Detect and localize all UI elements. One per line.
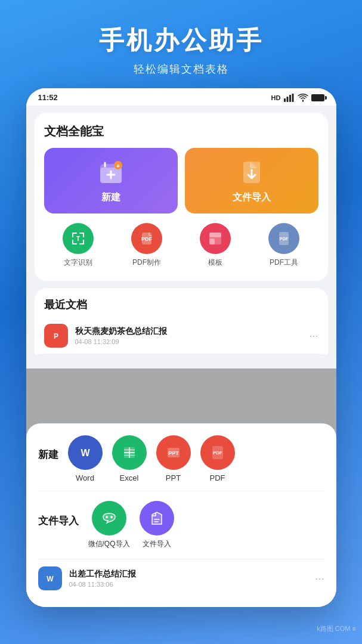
svg-text:W: W [81,448,90,458]
popup-wechat-import[interactable]: 微信/QQ导入 [88,501,130,549]
new-button-icon: + [97,158,125,187]
import-button[interactable]: 文件导入 [185,148,318,213]
svg-rect-18 [72,240,73,244]
svg-rect-0 [284,98,286,102]
svg-text:+: + [116,162,120,169]
tool-template[interactable]: 模板 [200,223,231,268]
svg-text:T: T [76,236,80,242]
ppt-label: PPT [166,473,181,482]
popup-import-icons: 微信/QQ导入 文件导入 [88,501,174,549]
status-bar: 11:52 HD [26,88,336,106]
doc-item-2[interactable]: W 出差工作总结汇报 04-08 11:33:06 ··· [38,566,324,590]
pdf-tools-icon: PDF [268,223,299,254]
svg-text:PDF: PDF [280,237,289,241]
pdf-make-icon: PDF [131,223,162,254]
popup-import-row: 文件导入 微信/QQ导入 [38,501,324,549]
doc-item-1[interactable]: P 秋天燕麦奶茶色总结汇报 04-08 11:32:09 ··· [44,318,318,354]
svg-rect-3 [292,94,293,102]
svg-text:PPT: PPT [168,450,179,456]
popup-pdf[interactable]: PDF PDF [200,435,235,482]
svg-rect-25 [209,233,221,237]
excel-icon [112,435,147,470]
ocr-label: 文字识别 [64,258,92,268]
import-button-icon [237,158,266,187]
svg-text:PDF: PDF [141,236,153,242]
popup-import-title: 文件导入 [38,514,79,528]
tools-row: T 文字识别 PDF PDF制作 模板 [44,223,318,268]
doc-info-1: 秋天燕麦奶茶色总结汇报 04-08 11:32:09 [75,326,302,345]
doc-meta-1: 04-08 11:32:09 [75,338,302,345]
pdf-tools-label: PDF工具 [270,258,298,268]
ppt-icon: PPT [156,435,191,470]
svg-rect-20 [83,240,84,244]
popup-divider [38,491,324,491]
popup-new-icons: W Word Excel [68,435,235,482]
svg-text:W: W [47,575,54,583]
import-button-label: 文件导入 [233,191,271,204]
tool-pdf-make[interactable]: PDF PDF制作 [131,223,162,268]
doc-info-2: 出差工作总结汇报 04-08 11:33:06 [69,569,308,588]
pdf-icon: PDF [200,435,235,470]
svg-rect-16 [83,233,84,237]
svg-rect-14 [72,233,73,237]
new-button-label: 新建 [101,191,120,204]
main-title: 手机办公助手 [12,24,350,57]
sub-title: 轻松编辑文档表格 [12,62,350,76]
svg-text:P: P [53,332,58,340]
pdf-label: PDF [210,473,225,482]
popup-excel[interactable]: Excel [112,435,147,482]
doc-name-1: 秋天燕麦奶茶色总结汇报 [75,326,302,337]
file-import-label: 文件导入 [143,539,171,549]
popup-word[interactable]: W Word [68,435,103,482]
header: 手机办公助手 轻松编辑文档表格 [0,0,362,88]
app-content: 文档全能宝 + [26,106,336,604]
card-title: 文档全能宝 [44,123,318,140]
pdf-make-label: PDF制作 [132,258,161,268]
calendar-plus-icon: + [97,158,125,187]
doc-more-2[interactable]: ··· [315,572,324,585]
time: 11:52 [38,93,58,102]
watermark: k路图 COM ≡ [317,624,356,633]
svg-rect-26 [209,239,215,244]
overlay: 新建 W Word [26,369,336,604]
hd-label: HD [271,94,281,101]
popup-new-title: 新建 [38,448,58,462]
wechat-import-label: 微信/QQ导入 [88,539,130,549]
excel-label: Excel [120,473,139,482]
doc-icon-word: W [38,566,62,590]
recent-section: 最近文档 P 秋天燕麦奶茶色总结汇报 04-08 11:32:09 ··· [35,288,328,354]
action-row: + 新建 文件导入 [44,148,318,213]
template-icon [200,223,231,254]
wechat-icon [92,501,126,535]
popup-new-row: 新建 W Word [38,435,324,482]
doc-more-1[interactable]: ··· [309,330,318,342]
signal-icon [284,94,295,102]
doc-icon-ppt: P [44,324,68,348]
recent-title: 最近文档 [44,298,318,312]
popup-ppt[interactable]: PPT PPT [156,435,191,482]
new-button[interactable]: + 新建 [44,148,178,213]
battery-icon [311,94,324,101]
doc-item-2-container: W 出差工作总结汇报 04-08 11:33:06 ··· [38,559,324,590]
main-card: 文档全能宝 + [35,113,328,281]
phone-mockup: 11:52 HD 文档全能宝 [26,88,336,607]
popup-card: 新建 W Word [26,423,336,604]
popup-file-import[interactable]: 文件导入 [140,501,174,549]
svg-text:PDF: PDF [213,450,222,456]
ocr-icon: T [63,223,94,254]
file-import-icon [140,501,174,535]
doc-name-2: 出差工作总结汇报 [69,569,308,580]
tool-pdf-tools[interactable]: PDF PDF工具 [268,223,299,268]
file-import-icon [237,158,266,187]
tool-ocr[interactable]: T 文字识别 [63,223,94,268]
doc-meta-2: 04-08 11:33:06 [69,581,308,588]
svg-rect-1 [286,97,288,102]
word-label: Word [76,473,94,482]
svg-rect-2 [289,95,291,102]
wifi-icon [298,94,308,102]
word-icon: W [68,435,103,470]
template-label: 模板 [208,258,222,268]
status-icons: HD [271,94,324,102]
